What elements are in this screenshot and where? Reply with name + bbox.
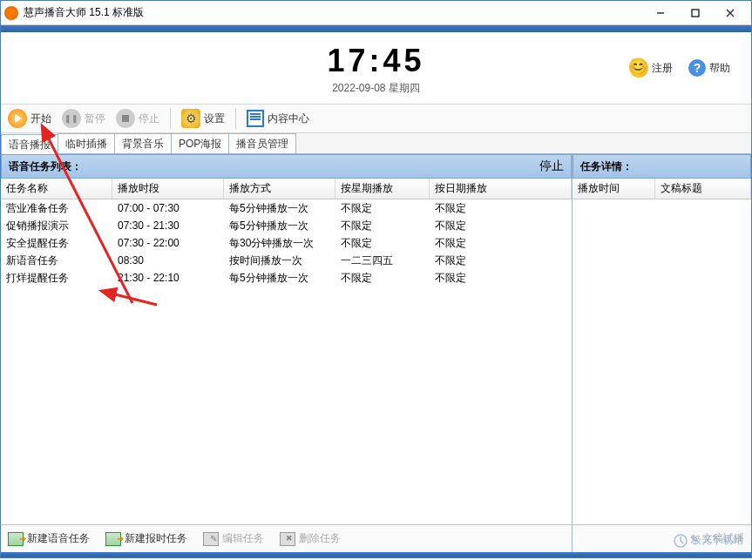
- cell-date: 不限定: [430, 236, 572, 251]
- cell-time: 08:30: [112, 254, 224, 267]
- maximize-button[interactable]: [678, 3, 713, 24]
- app-icon: [4, 6, 18, 20]
- new-report-task-button[interactable]: 新建报时任务: [105, 531, 187, 546]
- tab-announcer-manage[interactable]: 播音员管理: [228, 133, 296, 153]
- task-row[interactable]: 营业准备任务07:00 - 07:30每5分钟播放一次不限定不限定: [1, 199, 572, 217]
- col-script-title[interactable]: 文稿标题: [655, 179, 751, 199]
- cell-week: 不限定: [335, 271, 430, 286]
- settings-button[interactable]: 设置: [181, 109, 225, 128]
- task-grid-header: 任务名称 播放时段 播放方式 按星期播放 按日期播放: [1, 179, 572, 199]
- app-window: 慧声播音大师 15.1 标准版 17:45 2022-09-08 星期四 注册 …: [0, 0, 752, 558]
- tab-strip: 语音播报 临时插播 背景音乐 POP海报 播音员管理: [1, 133, 751, 154]
- right-pane: 任务详情： 播放时间 文稿标题 ✎ 文稿试播: [572, 154, 751, 552]
- ribbon-stripe: [1, 25, 751, 32]
- cell-name: 营业准备任务: [1, 201, 112, 216]
- toolbar-separator: [170, 108, 171, 129]
- cell-time: 07:00 - 07:30: [112, 202, 224, 214]
- content-icon: [247, 110, 264, 127]
- main-toolbar: 开始 暂停 停止 设置 内容中心: [1, 104, 751, 133]
- delete-icon: [280, 532, 295, 546]
- task-list-title: 语音任务列表：: [9, 159, 82, 174]
- right-pane-header: 任务详情：: [572, 154, 751, 179]
- task-grid-body: 营业准备任务07:00 - 07:30每5分钟播放一次不限定不限定促销播报演示0…: [1, 199, 572, 524]
- right-bottom-bar: ✎ 文稿试播: [572, 524, 751, 552]
- cell-date: 不限定: [430, 253, 572, 268]
- pause-icon: [62, 109, 81, 128]
- edit-task-button[interactable]: 编辑任务: [203, 531, 264, 546]
- edit-icon: [203, 532, 219, 546]
- help-link[interactable]: ? 帮助: [688, 59, 730, 77]
- start-button[interactable]: 开始: [8, 109, 51, 128]
- delete-task-button[interactable]: 删除任务: [280, 531, 341, 546]
- cell-name: 新语音任务: [1, 253, 112, 268]
- pause-label: 暂停: [85, 111, 105, 126]
- status-bar: [1, 552, 751, 557]
- cell-time: 21:30 - 22:10: [112, 272, 224, 284]
- start-label: 开始: [30, 111, 51, 126]
- col-task-name[interactable]: 任务名称: [1, 179, 112, 199]
- header-right: 注册 ? 帮助: [629, 58, 730, 78]
- col-play-period[interactable]: 播放时段: [112, 179, 224, 199]
- title-bar: 慧声播音大师 15.1 标准版: [1, 1, 751, 25]
- pause-button[interactable]: 暂停: [62, 109, 105, 128]
- cell-date: 不限定: [430, 271, 572, 286]
- task-row[interactable]: 新语音任务08:30按时间播放一次一二三四五不限定: [1, 252, 572, 269]
- cell-date: 不限定: [430, 219, 572, 233]
- cell-week: 不限定: [335, 201, 430, 216]
- header-area: 17:45 2022-09-08 星期四 注册 ? 帮助: [1, 32, 751, 104]
- left-pane: 语音任务列表： 停止 任务名称 播放时段 播放方式 按星期播放 按日期播放 营业…: [1, 154, 572, 552]
- cell-week: 不限定: [335, 236, 430, 251]
- minimize-icon: [656, 9, 665, 17]
- new-voice-label: 新建语音任务: [27, 531, 90, 546]
- svg-rect-1: [692, 10, 699, 17]
- left-pane-header: 语音任务列表： 停止: [1, 154, 572, 179]
- edit-label: 编辑任务: [222, 531, 264, 546]
- content-center-label: 内容中心: [268, 111, 309, 126]
- task-row[interactable]: 打烊提醒任务21:30 - 22:10每5分钟播放一次不限定不限定: [1, 269, 572, 287]
- audition-button[interactable]: ✎ 文稿试播: [690, 531, 744, 546]
- help-label: 帮助: [709, 61, 730, 76]
- new-voice-task-button[interactable]: 新建语音任务: [8, 531, 90, 546]
- smiley-icon: [629, 58, 648, 78]
- play-icon: [8, 109, 27, 128]
- help-icon: ?: [688, 59, 706, 77]
- cell-name: 安全提醒任务: [1, 236, 112, 251]
- toolbar-separator: [235, 108, 236, 129]
- left-bottom-bar: 新建语音任务 新建报时任务 编辑任务 删除任务: [1, 524, 572, 552]
- cell-method: 每5分钟播放一次: [224, 219, 335, 233]
- new-voice-icon: [8, 532, 24, 546]
- cell-method: 每30分钟播放一次: [224, 236, 335, 251]
- cell-week: 不限定: [335, 219, 430, 233]
- audition-label: 文稿试播: [702, 531, 744, 546]
- cell-name: 打烊提醒任务: [1, 271, 112, 286]
- tab-bg-music[interactable]: 背景音乐: [114, 133, 172, 153]
- cell-time: 07:30 - 21:30: [112, 219, 224, 232]
- cell-method: 每5分钟播放一次: [224, 201, 335, 216]
- content-center-button[interactable]: 内容中心: [247, 110, 309, 127]
- content-area: 语音任务列表： 停止 任务名称 播放时段 播放方式 按星期播放 按日期播放 营业…: [1, 154, 751, 552]
- minimize-button[interactable]: [643, 3, 678, 24]
- tab-pop-poster[interactable]: POP海报: [171, 133, 229, 153]
- col-play-time[interactable]: 播放时间: [572, 179, 655, 199]
- stop-label: 停止: [139, 111, 159, 126]
- cell-method: 每5分钟播放一次: [224, 271, 335, 286]
- window-title: 慧声播音大师 15.1 标准版: [24, 5, 643, 20]
- task-row[interactable]: 促销播报演示07:30 - 21:30每5分钟播放一次不限定不限定: [1, 217, 572, 234]
- col-play-method[interactable]: 播放方式: [224, 179, 335, 199]
- task-list-status: 停止: [539, 159, 564, 174]
- task-row[interactable]: 安全提醒任务07:30 - 22:00每30分钟播放一次不限定不限定: [1, 234, 572, 252]
- cell-method: 按时间播放一次: [224, 253, 335, 268]
- register-link[interactable]: 注册: [629, 58, 673, 78]
- detail-grid-header: 播放时间 文稿标题: [572, 179, 751, 199]
- stop-icon: [116, 109, 135, 128]
- tab-voice-broadcast[interactable]: 语音播报: [1, 134, 58, 154]
- col-by-date[interactable]: 按日期播放: [430, 179, 572, 199]
- cell-week: 一二三四五: [335, 253, 430, 268]
- close-button[interactable]: [713, 3, 748, 24]
- register-label: 注册: [652, 61, 673, 76]
- stop-button[interactable]: 停止: [116, 109, 159, 128]
- tab-temp-insert[interactable]: 临时插播: [58, 133, 115, 153]
- col-by-week[interactable]: 按星期播放: [335, 179, 430, 199]
- delete-label: 删除任务: [299, 531, 341, 546]
- clock-date: 2022-09-08 星期四: [18, 81, 734, 96]
